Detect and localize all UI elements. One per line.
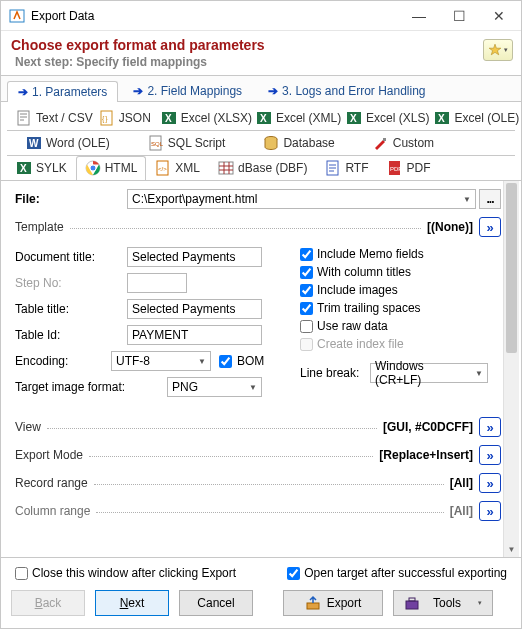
format-tabs-area: Text / CSV { } JSON X Excel (XLSX) X Exc…	[1, 102, 521, 181]
export-button[interactable]: Export	[283, 590, 383, 616]
bom-label: BOM	[237, 354, 264, 368]
btn-text: ack	[43, 596, 62, 610]
toolbox-icon	[404, 595, 420, 611]
chrome-icon	[85, 160, 101, 176]
format-label: Excel (OLE)	[454, 111, 519, 125]
expand-column-range-button[interactable]: »	[479, 501, 501, 521]
tools-button[interactable]: Tools ▾	[393, 590, 493, 616]
format-xml[interactable]: </> XML	[146, 156, 209, 180]
format-database[interactable]: Database	[244, 131, 353, 155]
next-button[interactable]: Next	[95, 590, 169, 616]
bom-checkbox[interactable]	[219, 355, 232, 368]
record-range-section: Record range [All] »	[15, 473, 501, 493]
minimize-button[interactable]: —	[399, 1, 439, 31]
doc-title-label: Document title:	[15, 250, 127, 264]
tab-parameters[interactable]: ➔ 1. Parameters	[7, 81, 118, 102]
arrow-right-icon: ➔	[268, 84, 278, 98]
close-button[interactable]: ✕	[479, 1, 519, 31]
wizard-tabs: ➔ 1. Parameters ➔ 2. Field Mappings ➔ 3.…	[1, 76, 521, 102]
favorites-button[interactable]: ▾	[483, 39, 513, 61]
format-label: Excel (XLS)	[366, 111, 429, 125]
format-label: RTF	[345, 161, 368, 175]
format-pdf[interactable]: PDF PDF	[378, 156, 440, 180]
check-close-after[interactable]	[15, 567, 28, 580]
back-button: Back	[11, 590, 85, 616]
check-label: Include images	[317, 283, 398, 297]
section-title: Column range	[15, 504, 90, 518]
svg-text:</>: </>	[158, 166, 167, 172]
check-memo[interactable]	[300, 248, 313, 261]
format-text-csv[interactable]: Text / CSV	[7, 106, 90, 130]
expand-template-button[interactable]: »	[479, 217, 501, 237]
form-area: File: C:\Export\payment.html ▼ ... Templ…	[1, 181, 521, 557]
check-raw[interactable]	[300, 320, 313, 333]
format-row-3: X SYLK HTML </> XML dBase (DBF) RTF PDF …	[7, 155, 515, 180]
check-label: With column titles	[317, 265, 411, 279]
check-trim[interactable]	[300, 302, 313, 315]
format-label: Word (OLE)	[46, 136, 110, 150]
format-sylk[interactable]: X SYLK	[7, 156, 76, 180]
star-icon	[488, 43, 502, 57]
tab-logs-errors[interactable]: ➔ 3. Logs and Error Handling	[257, 80, 436, 101]
window-title: Export Data	[31, 9, 94, 23]
encoding-value: UTF-8	[116, 354, 150, 368]
file-combo[interactable]: C:\Export\payment.html ▼	[127, 189, 476, 209]
sql-icon: SQL	[148, 135, 164, 151]
svg-text:X: X	[165, 113, 172, 124]
svg-text:{ }: { }	[102, 115, 108, 123]
window-controls: — ☐ ✕	[399, 1, 519, 31]
target-image-select[interactable]: PNG ▼	[167, 377, 262, 397]
expand-export-mode-button[interactable]: »	[479, 445, 501, 465]
btn-text: Export	[327, 596, 362, 610]
format-json[interactable]: { } JSON	[90, 106, 152, 130]
vertical-scrollbar[interactable]: ▲ ▼	[503, 181, 519, 557]
format-dbase[interactable]: dBase (DBF)	[209, 156, 316, 180]
chevron-down-icon: ▾	[478, 599, 482, 607]
sylk-icon: X	[16, 160, 32, 176]
format-label: dBase (DBF)	[238, 161, 307, 175]
table-title-label: Table title:	[15, 302, 127, 316]
check-images[interactable]	[300, 284, 313, 297]
format-excel-xml[interactable]: X Excel (XML)	[247, 106, 337, 130]
export-icon	[305, 595, 321, 611]
format-excel-xls[interactable]: X Excel (XLS)	[337, 106, 425, 130]
chevron-down-icon: ▼	[198, 357, 206, 366]
format-label: Excel (XML)	[276, 111, 341, 125]
encoding-select[interactable]: UTF-8 ▼	[111, 351, 211, 371]
svg-rect-41	[409, 598, 415, 601]
format-label: SQL Script	[168, 136, 226, 150]
format-custom[interactable]: Custom	[354, 131, 453, 155]
format-excel-ole[interactable]: X Excel (OLE)	[425, 106, 515, 130]
section-value: [All]	[450, 476, 473, 490]
file-row: File: C:\Export\payment.html ▼ ...	[15, 189, 501, 209]
doc-title-input[interactable]	[127, 247, 262, 267]
table-id-input[interactable]	[127, 325, 262, 345]
arrow-right-icon: ➔	[18, 85, 28, 99]
check-open-target[interactable]	[287, 567, 300, 580]
bottom-checks: Close this window after clicking Export …	[1, 557, 521, 580]
scroll-thumb[interactable]	[506, 183, 517, 353]
section-value: [Replace+Insert]	[379, 448, 473, 462]
format-word-ole[interactable]: W Word (OLE)	[7, 131, 129, 155]
tab-field-mappings[interactable]: ➔ 2. Field Mappings	[122, 80, 253, 101]
check-column-titles[interactable]	[300, 266, 313, 279]
maximize-button[interactable]: ☐	[439, 1, 479, 31]
expand-view-button[interactable]: »	[479, 417, 501, 437]
tab-label: 1. Parameters	[32, 85, 107, 99]
format-excel-xlsx[interactable]: X Excel (XLSX)	[152, 106, 247, 130]
excel-icon: X	[256, 110, 272, 126]
browse-button[interactable]: ...	[479, 189, 501, 209]
line-break-label: Line break:	[300, 366, 370, 380]
step-no-input[interactable]	[127, 273, 187, 293]
cancel-button[interactable]: Cancel	[179, 590, 253, 616]
line-break-select[interactable]: Windows (CR+LF) ▼	[370, 363, 488, 383]
chevron-down-icon: ▼	[463, 195, 471, 204]
format-sql-script[interactable]: SQL SQL Script	[129, 131, 245, 155]
format-rtf[interactable]: RTF	[316, 156, 377, 180]
expand-record-range-button[interactable]: »	[479, 473, 501, 493]
column-range-section: Column range [All] »	[15, 501, 501, 521]
wizard-subtitle: Next step: Specify field mappings	[15, 55, 265, 69]
app-icon	[9, 8, 25, 24]
table-title-input[interactable]	[127, 299, 262, 319]
format-html[interactable]: HTML	[76, 156, 147, 180]
